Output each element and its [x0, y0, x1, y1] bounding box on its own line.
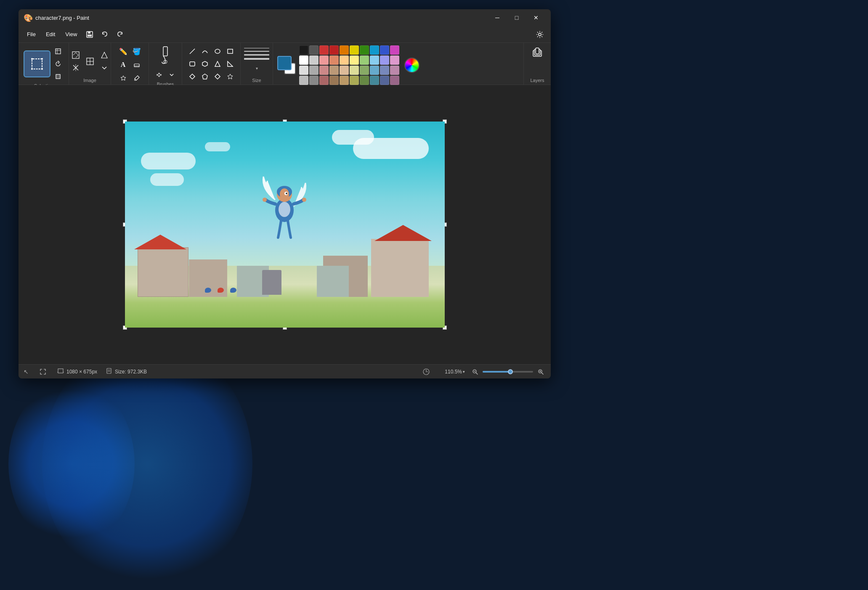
zoom-level-button[interactable]: 110.5% ▾ — [442, 368, 467, 376]
menu-file[interactable]: File — [22, 29, 41, 39]
color-swatch-16[interactable] — [360, 56, 369, 65]
color-swatch-10[interactable] — [299, 56, 308, 65]
color-swatch-12[interactable] — [319, 56, 329, 65]
selection-resize-button[interactable] — [52, 45, 64, 57]
color-swatch-37[interactable] — [370, 76, 379, 85]
selection-crop-button[interactable] — [52, 71, 64, 82]
color-swatch-17[interactable] — [370, 56, 379, 65]
color-swatch-2[interactable] — [319, 45, 329, 55]
image-transform-button[interactable] — [98, 49, 110, 61]
color-swatch-19[interactable] — [390, 56, 399, 65]
image-resize-button[interactable] — [70, 49, 82, 61]
shape-chevron-button[interactable] — [212, 71, 223, 82]
color-swatch-4[interactable] — [340, 45, 349, 55]
color-swatch-24[interactable] — [340, 66, 349, 75]
color-swatch-8[interactable] — [380, 45, 389, 55]
zoom-in-button[interactable] — [536, 367, 546, 377]
color-swatch-18[interactable] — [380, 56, 389, 65]
color-swatch-29[interactable] — [390, 66, 399, 75]
svg-point-6 — [41, 58, 43, 60]
image-dropdown-button[interactable] — [98, 62, 110, 74]
window-title: character7.png - Paint — [35, 15, 488, 21]
color-swatch-28[interactable] — [380, 66, 389, 75]
shape-hexagon-button[interactable] — [199, 58, 211, 70]
magic-select-button[interactable] — [117, 72, 129, 84]
zoom-slider[interactable] — [483, 371, 533, 373]
color-swatch-27[interactable] — [370, 66, 379, 75]
image-label: Image — [83, 78, 96, 83]
canvas-area[interactable] — [19, 85, 551, 364]
undo-button[interactable] — [97, 27, 112, 42]
svg-line-31 — [190, 49, 195, 54]
foreground-color-swatch[interactable] — [277, 56, 292, 70]
fill-tool-button[interactable]: 🪣 — [131, 45, 143, 57]
size-dropdown-button[interactable]: ▾ — [252, 64, 262, 73]
color-swatch-38[interactable] — [380, 76, 389, 85]
shape-line-button[interactable] — [186, 45, 198, 57]
color-swatch-39[interactable] — [390, 76, 399, 85]
text-tool-button[interactable]: A — [117, 59, 129, 71]
selection-rotate-button[interactable] — [52, 58, 64, 70]
color-swatch-20[interactable] — [299, 66, 308, 75]
menu-edit[interactable]: Edit — [41, 29, 60, 39]
color-swatch-14[interactable] — [340, 56, 349, 65]
color-swatch-30[interactable] — [299, 76, 308, 85]
shape-curve-button[interactable] — [199, 45, 211, 57]
maximize-button[interactable]: □ — [507, 9, 526, 26]
image-select-button[interactable] — [84, 56, 96, 67]
color-swatch-5[interactable] — [350, 45, 359, 55]
pencil-tool-button[interactable]: ✏️ — [117, 45, 129, 57]
redo-button[interactable] — [112, 27, 127, 42]
close-button[interactable]: ✕ — [526, 9, 546, 26]
zoom-out-button[interactable] — [470, 367, 480, 377]
color-swatch-34[interactable] — [340, 76, 349, 85]
color-swatch-32[interactable] — [319, 76, 329, 85]
canvas-image[interactable] — [125, 122, 445, 328]
color-swatch-7[interactable] — [370, 45, 379, 55]
save-button[interactable] — [82, 27, 97, 42]
shape-triangle-button[interactable] — [212, 58, 223, 70]
fullscreen-button[interactable] — [37, 366, 49, 378]
selection-main-button[interactable] — [24, 50, 50, 77]
color-picker-button[interactable] — [403, 56, 421, 74]
color-swatch-31[interactable] — [309, 76, 319, 85]
svg-point-20 — [134, 79, 135, 81]
image-flip-button[interactable] — [70, 62, 82, 74]
dropper-button[interactable] — [131, 72, 143, 84]
color-swatch-25[interactable] — [350, 66, 359, 75]
color-swatch-22[interactable] — [319, 66, 329, 75]
color-swatch-15[interactable] — [350, 56, 359, 65]
color-swatch-9[interactable] — [390, 45, 399, 55]
color-swatch-36[interactable] — [360, 76, 369, 85]
brush-main-button[interactable] — [156, 45, 175, 67]
shape-diamond-button[interactable] — [186, 71, 198, 82]
color-swatch-21[interactable] — [309, 66, 319, 75]
color-swatch-26[interactable] — [360, 66, 369, 75]
menu-view[interactable]: View — [60, 29, 82, 39]
settings-button[interactable] — [532, 27, 547, 42]
shape-rtriangle-button[interactable] — [224, 58, 236, 70]
color-swatch-23[interactable] — [329, 66, 339, 75]
minimize-button[interactable]: ─ — [488, 9, 507, 26]
shape-pentagon-button[interactable] — [199, 71, 211, 82]
eraser-tool-button[interactable] — [131, 59, 143, 71]
svg-rect-12 — [56, 74, 60, 79]
layers-button[interactable] — [530, 45, 545, 61]
color-swatch-33[interactable] — [329, 76, 339, 85]
brush-effects-button[interactable] — [153, 69, 165, 81]
performance-button[interactable] — [419, 364, 434, 379]
color-swatch-3[interactable] — [329, 45, 339, 55]
shape-rect2-button[interactable] — [186, 58, 198, 70]
shape-rect-button[interactable] — [224, 45, 236, 57]
color-swatch-1[interactable] — [309, 45, 319, 55]
svg-point-56 — [302, 198, 306, 202]
color-swatch-13[interactable] — [329, 56, 339, 65]
color-swatch-35[interactable] — [350, 76, 359, 85]
shape-oval-button[interactable] — [212, 45, 223, 57]
color-swatch-6[interactable] — [360, 45, 369, 55]
color-swatch-11[interactable] — [309, 56, 319, 65]
color-swatch-box[interactable] — [277, 56, 296, 74]
brush-dropdown-button[interactable] — [166, 69, 178, 81]
color-swatch-0[interactable] — [299, 45, 308, 55]
shape-star-button[interactable] — [224, 71, 236, 82]
